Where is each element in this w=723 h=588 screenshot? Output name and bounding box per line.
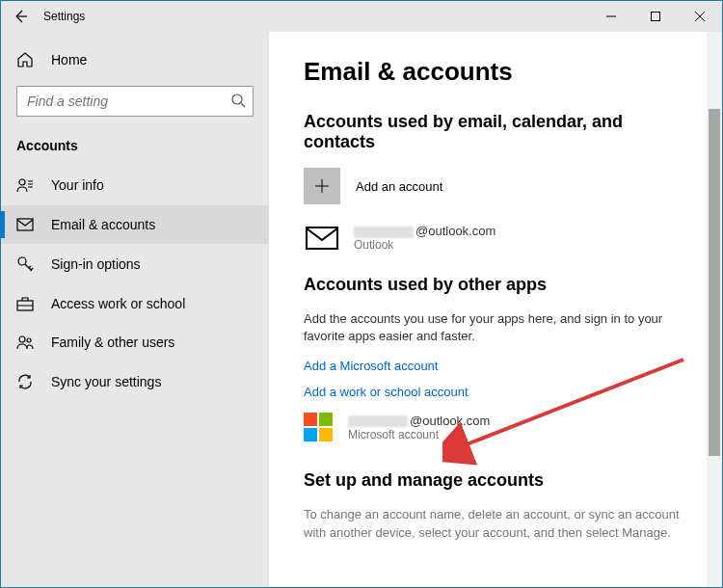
titlebar: Settings [1,1,722,32]
plus-tile [304,168,340,204]
home-icon [16,51,36,68]
profile-icon [16,176,36,194]
briefcase-icon [16,296,36,311]
scrollbar[interactable] [707,32,722,587]
sync-icon [16,373,36,390]
add-account-button[interactable]: Add an account [304,168,687,204]
window-title: Settings [43,10,85,23]
svg-rect-8 [307,227,337,249]
redacted-text [354,227,414,238]
account-outlook[interactable]: @outlook.com Outlook [304,224,687,252]
section-email-accounts-title: Accounts used by email, calendar, and co… [304,112,687,152]
sidebar-section-title: Accounts [1,128,269,165]
svg-point-1 [232,94,242,104]
search-box[interactable] [16,86,254,117]
maximize-button[interactable] [633,1,678,32]
maximize-icon [650,11,661,22]
nav-label: Family & other users [51,334,174,350]
nav-label: Access work or school [51,296,185,311]
redacted-text [348,415,408,427]
minimize-icon [605,11,617,22]
section-manage-desc: To change an account name, delete an acc… [304,506,687,541]
account-provider: Outlook [354,238,495,252]
microsoft-logo-icon [304,413,333,441]
search-icon [230,93,246,108]
mail-icon [16,218,36,231]
svg-point-7 [27,338,31,342]
sidebar: Home Accounts Your info [1,32,269,587]
arrow-left-icon [13,9,28,24]
nav-your-info[interactable]: Your info [1,165,269,205]
nav-label: Email & accounts [51,217,155,232]
annotation-arrow [442,350,693,466]
svg-rect-0 [652,13,660,21]
account-email: @outlook.com [354,224,495,238]
main-panel: Email & accounts Accounts used by email,… [269,32,722,587]
nav-sync-settings[interactable]: Sync your settings [1,361,269,402]
key-icon [16,255,36,273]
people-icon [16,334,36,350]
nav-home[interactable]: Home [1,43,269,76]
nav-signin-options[interactable]: Sign-in options [1,244,269,284]
svg-point-6 [19,336,25,342]
nav-label: Your info [51,177,104,193]
page-title: Email & accounts [304,57,687,87]
svg-rect-3 [17,219,33,230]
envelope-icon [304,225,340,252]
section-manage-title: Set up and manage accounts [304,470,687,491]
nav-email-accounts[interactable]: Email & accounts [1,205,269,244]
scrollbar-thumb[interactable] [709,109,720,456]
plus-icon [314,178,330,194]
search-input[interactable] [16,86,254,117]
close-icon [694,11,706,22]
nav-access-work-school[interactable]: Access work or school [1,284,269,323]
nav-label: Sync your settings [51,374,161,389]
nav-label: Sign-in options [51,256,141,272]
close-button[interactable] [678,1,722,32]
nav-home-label: Home [51,52,87,67]
minimize-button[interactable] [589,1,633,32]
svg-line-9 [462,360,683,446]
back-button[interactable] [1,9,40,24]
window-controls [589,1,722,32]
svg-point-2 [19,179,25,185]
svg-point-4 [18,257,26,265]
nav-family-users[interactable]: Family & other users [1,323,269,361]
add-account-label: Add an account [356,179,442,194]
section-other-apps-desc: Add the accounts you use for your apps h… [304,310,687,345]
section-other-apps-title: Accounts used by other apps [304,275,687,295]
